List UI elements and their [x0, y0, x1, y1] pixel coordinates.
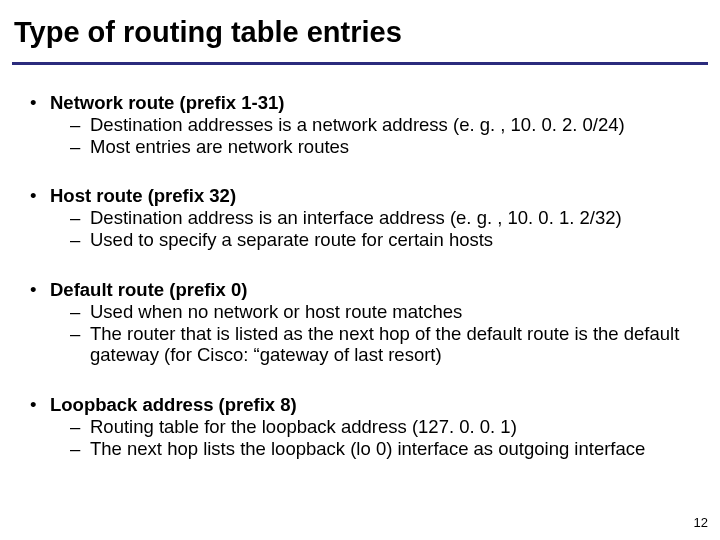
- slide-title: Type of routing table entries: [14, 16, 402, 49]
- bullet-sub: Destination address is an interface addr…: [28, 207, 700, 229]
- slide: Type of routing table entries Network ro…: [0, 0, 720, 540]
- bullet-sub: The router that is listed as the next ho…: [28, 323, 700, 367]
- bullet-sub: Routing table for the loopback address (…: [28, 416, 700, 438]
- bullet-group: Loopback address (prefix 8) Routing tabl…: [28, 394, 700, 459]
- bullet-group: Host route (prefix 32) Destination addre…: [28, 185, 700, 250]
- bullet-sub: Used to specify a separate route for cer…: [28, 229, 700, 251]
- bullet-group: Network route (prefix 1-31) Destination …: [28, 92, 700, 157]
- bullet-sub: Destination addresses is a network addre…: [28, 114, 700, 136]
- title-underline: [12, 62, 708, 65]
- bullet-heading: Default route (prefix 0): [28, 279, 700, 301]
- bullet-sub: The next hop lists the loopback (lo 0) i…: [28, 438, 700, 460]
- bullet-heading: Loopback address (prefix 8): [28, 394, 700, 416]
- bullet-sub: Used when no network or host route match…: [28, 301, 700, 323]
- slide-body: Network route (prefix 1-31) Destination …: [28, 92, 700, 460]
- bullet-sub: Most entries are network routes: [28, 136, 700, 158]
- page-number: 12: [694, 515, 708, 530]
- bullet-heading: Network route (prefix 1-31): [28, 92, 700, 114]
- bullet-heading: Host route (prefix 32): [28, 185, 700, 207]
- bullet-group: Default route (prefix 0) Used when no ne…: [28, 279, 700, 366]
